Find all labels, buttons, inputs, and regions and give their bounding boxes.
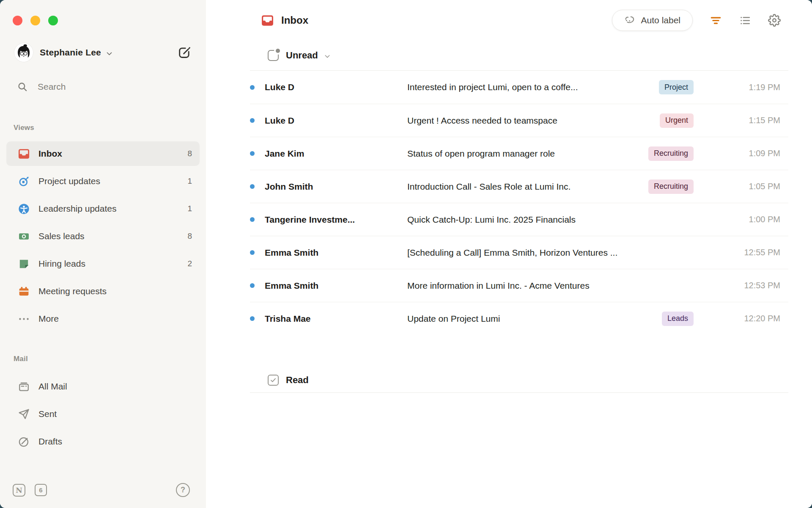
email-sender: Luke D	[265, 116, 407, 126]
calendar-badge[interactable]: 6	[35, 484, 47, 496]
sidebar-item-label: Project updates	[38, 176, 100, 186]
sidebar-item-label: Meeting requests	[38, 286, 107, 296]
sidebar-item-all-mail[interactable]: All Mail	[6, 374, 200, 399]
email-sender: Tangerine Investme...	[265, 215, 407, 225]
inbox-icon	[261, 14, 274, 27]
sidebar-item-label: Sales leads	[38, 231, 85, 241]
email-time: 12:55 PM	[694, 248, 780, 257]
select-unread-icon[interactable]	[268, 50, 279, 61]
sidebar-item-inbox[interactable]: Inbox 8	[6, 141, 200, 166]
unread-count: 2	[187, 259, 192, 268]
sidebar-item-sales-leads[interactable]: Sales leads 8	[6, 224, 200, 248]
email-subject: Introduction Call - Sales Role at Lumi I…	[407, 182, 641, 192]
email-row[interactable]: Luke D Interested in project Lumi, open …	[250, 71, 788, 104]
unread-dot	[250, 151, 255, 156]
search-button[interactable]: Search	[17, 81, 193, 92]
sidebar-item-leadership-updates[interactable]: Leadership updates 1	[6, 196, 200, 221]
person-circle-icon	[17, 202, 30, 215]
email-row[interactable]: Trisha Mae Update on Project Lumi Leads …	[250, 302, 788, 335]
list-view-button[interactable]	[739, 14, 751, 27]
email-subject: [Scheduling a Call] Emma Smith, Horizon …	[407, 248, 694, 258]
unread-dot	[250, 118, 255, 123]
label-tag: Leads	[662, 312, 694, 326]
calendar-icon	[17, 285, 30, 298]
unread-count: 8	[187, 149, 192, 158]
account-switcher[interactable]: Stephanie Lee	[14, 43, 192, 62]
email-sender: Emma Smith	[265, 281, 407, 291]
unread-count: 1	[187, 177, 192, 186]
unread-dot	[250, 316, 255, 321]
close-button[interactable]	[13, 16, 22, 25]
minimize-button[interactable]	[30, 16, 40, 25]
email-sender: Luke D	[265, 82, 407, 92]
read-checkbox-icon[interactable]	[268, 375, 279, 386]
sidebar-item-hiring-leads[interactable]: Hiring leads 2	[6, 251, 200, 276]
email-sender: Jane Kim	[265, 149, 407, 159]
email-time: 12:20 PM	[694, 314, 780, 323]
zoom-button[interactable]	[48, 16, 58, 25]
compose-button[interactable]	[176, 44, 192, 61]
sidebar-item-label: Drafts	[38, 436, 62, 447]
read-group-label: Read	[286, 375, 309, 386]
email-row[interactable]: Jane Kim Status of open program manager …	[250, 137, 788, 170]
email-row[interactable]: Emma Smith More information in Lumi Inc.…	[250, 269, 788, 302]
target-icon	[17, 175, 30, 188]
unread-dot	[250, 184, 255, 189]
email-sender: Emma Smith	[265, 248, 407, 258]
sidebar-item-drafts[interactable]: Drafts	[6, 429, 200, 454]
ai-face-icon	[624, 15, 636, 26]
email-list: Unread Luke D Interested in project Lumi…	[250, 41, 788, 393]
email-time: 1:19 PM	[694, 83, 780, 92]
help-button[interactable]: ?	[176, 483, 190, 497]
sidebar-item-label: Inbox	[38, 149, 62, 159]
label-tag: Project	[659, 80, 694, 94]
unread-count: 8	[187, 232, 192, 241]
page-title: Inbox	[281, 14, 308, 26]
sidebar-item-meeting-requests[interactable]: Meeting requests	[6, 279, 200, 304]
email-sender: Trisha Mae	[265, 314, 407, 324]
email-time: 1:00 PM	[694, 215, 780, 224]
email-subject: Urgent ! Access needed to teamspace	[407, 116, 652, 126]
chevron-down-icon[interactable]	[324, 53, 331, 60]
sidebar-item-sent[interactable]: Sent	[6, 402, 200, 426]
all-mail-icon	[17, 380, 30, 393]
email-sender: John Smith	[265, 182, 407, 192]
ellipsis-icon	[17, 312, 30, 325]
email-row[interactable]: Luke D Urgent ! Access needed to teamspa…	[250, 104, 788, 137]
sidebar-item-label: All Mail	[38, 381, 67, 392]
email-row[interactable]: Tangerine Investme... Quick Catch-Up: Lu…	[250, 203, 788, 236]
email-row[interactable]: John Smith Introduction Call - Sales Rol…	[250, 170, 788, 203]
send-icon	[17, 408, 30, 420]
unread-group-label: Unread	[286, 50, 318, 61]
label-tag: Recruiting	[648, 146, 694, 161]
email-subject: Status of open program manager role	[407, 149, 641, 159]
label-tag: Recruiting	[648, 179, 694, 194]
unread-group-header[interactable]: Unread	[250, 41, 788, 70]
settings-gear-icon[interactable]	[768, 14, 781, 27]
filter-button[interactable]	[710, 14, 722, 27]
email-time: 1:05 PM	[694, 182, 780, 191]
money-icon	[17, 230, 30, 243]
avatar	[14, 43, 33, 62]
read-group-header[interactable]: Read	[250, 368, 788, 392]
sidebar-item-project-updates[interactable]: Project updates 1	[6, 169, 200, 193]
email-time: 1:15 PM	[694, 116, 780, 125]
header-controls: Auto label	[612, 10, 781, 31]
draft-icon	[17, 435, 30, 448]
mail-nav: All Mail Sent Drafts	[0, 374, 206, 454]
sidebar-item-label: More	[38, 314, 59, 324]
mail-section-header: Mail	[14, 355, 206, 363]
auto-label-button[interactable]: Auto label	[612, 10, 693, 31]
calendar-day: 6	[39, 486, 42, 494]
notion-logo-badge[interactable]: N	[13, 484, 25, 497]
email-subject: More information in Lumi Inc. - Acme Ven…	[407, 281, 694, 291]
unread-dot	[250, 217, 255, 222]
unread-dot	[250, 283, 255, 288]
sidebar-item-label: Sent	[38, 409, 57, 419]
search-icon	[17, 81, 28, 92]
label-tag: Urgent	[660, 113, 694, 128]
email-row[interactable]: Emma Smith [Scheduling a Call] Emma Smit…	[250, 236, 788, 269]
search-label: Search	[38, 82, 66, 92]
sidebar-footer: N 6 ?	[13, 483, 190, 497]
sidebar-item-more[interactable]: More	[6, 306, 200, 331]
